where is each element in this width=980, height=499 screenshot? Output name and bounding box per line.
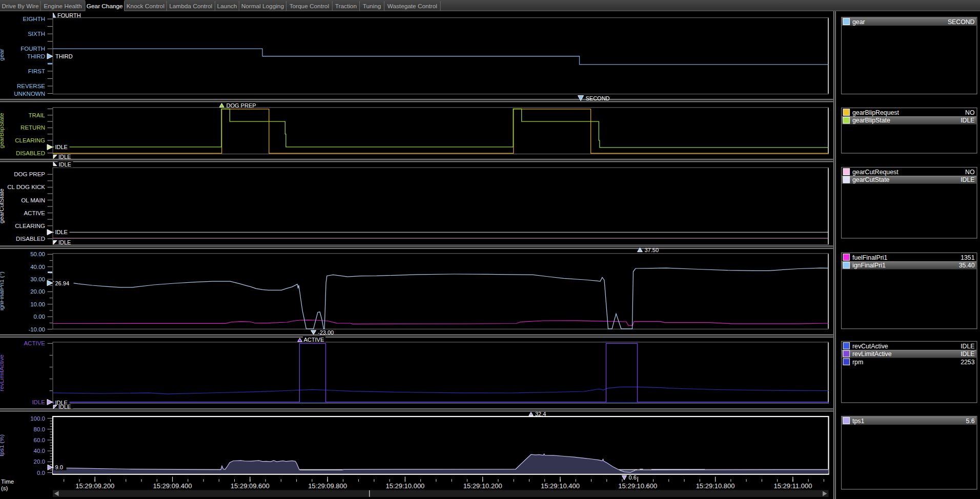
svg-text:OL MAIN: OL MAIN <box>21 197 45 203</box>
svg-text:Knock Control: Knock Control <box>127 3 165 10</box>
svg-text:SECOND: SECOND <box>948 18 975 26</box>
svg-text:DOG PREP: DOG PREP <box>227 102 256 109</box>
svg-text:40.0: 40.0 <box>34 448 45 454</box>
svg-text:0.6: 0.6 <box>629 474 637 481</box>
svg-text:IDLE: IDLE <box>59 161 71 168</box>
svg-text:NO: NO <box>965 109 974 116</box>
svg-text:Gear Change: Gear Change <box>87 3 123 10</box>
svg-text:DISABLED: DISABLED <box>16 236 45 242</box>
svg-text:Time: Time <box>1 479 14 485</box>
svg-text:15:29:10.400: 15:29:10.400 <box>541 482 580 490</box>
svg-text:80.0: 80.0 <box>34 426 45 432</box>
svg-text:20.00: 20.00 <box>30 288 45 295</box>
svg-text:32.4: 32.4 <box>535 411 546 417</box>
svg-text:ACTIVE: ACTIVE <box>24 340 45 346</box>
svg-text:DISABLED: DISABLED <box>16 150 45 156</box>
svg-text:IDLE: IDLE <box>961 350 974 358</box>
svg-text:THIRD: THIRD <box>27 53 45 59</box>
svg-text:IDLE: IDLE <box>961 117 974 124</box>
svg-text:1351: 1351 <box>961 254 975 261</box>
svg-text:(s): (s) <box>1 485 8 491</box>
svg-text:IDLE: IDLE <box>55 229 68 235</box>
svg-text:15:29:09.200: 15:29:09.200 <box>75 482 114 490</box>
svg-text:100.0: 100.0 <box>30 415 45 422</box>
svg-text:IDLE: IDLE <box>55 144 68 150</box>
svg-text:IDLE: IDLE <box>58 154 71 160</box>
svg-text:-10.00: -10.00 <box>28 326 45 332</box>
svg-text:REVERSE: REVERSE <box>17 83 45 89</box>
svg-text:CLEARING: CLEARING <box>15 223 45 229</box>
svg-text:Traction: Traction <box>335 3 357 10</box>
svg-text:fuelFinalPri1: fuelFinalPri1 <box>852 254 888 261</box>
svg-text:ignFinalPri1 (°): ignFinalPri1 (°) <box>0 272 5 310</box>
svg-text:15:29:09.400: 15:29:09.400 <box>153 482 192 490</box>
svg-text:0.0: 0.0 <box>37 470 45 476</box>
svg-text:Lambda Control: Lambda Control <box>169 3 212 10</box>
svg-text:revLimitActive: revLimitActive <box>852 350 892 358</box>
svg-text:15:29:10.200: 15:29:10.200 <box>463 482 502 490</box>
svg-text:EIGHTH: EIGHTH <box>23 16 45 22</box>
svg-text:20.0: 20.0 <box>34 459 45 465</box>
svg-text:15:29:11.000: 15:29:11.000 <box>773 482 812 490</box>
svg-text:gearBlipState: gearBlipState <box>0 113 5 148</box>
svg-text:IDLE: IDLE <box>58 404 71 410</box>
svg-text:15:29:09.800: 15:29:09.800 <box>308 482 347 490</box>
svg-text:FOURTH: FOURTH <box>57 12 81 18</box>
svg-text:15:29:10.800: 15:29:10.800 <box>696 482 735 490</box>
svg-text:26.94: 26.94 <box>55 280 70 286</box>
svg-text:revCutActive: revCutActive <box>852 343 888 350</box>
svg-text:SECOND: SECOND <box>586 95 610 101</box>
svg-text:30.00: 30.00 <box>30 276 45 282</box>
svg-text:IDLE: IDLE <box>961 176 974 183</box>
svg-text:tps1 (%): tps1 (%) <box>0 434 5 456</box>
svg-text:Launch: Launch <box>217 3 237 10</box>
svg-text:Engine Health: Engine Health <box>44 3 81 10</box>
svg-text:0.00: 0.00 <box>34 314 45 320</box>
svg-text:ACTIVE: ACTIVE <box>304 337 324 343</box>
svg-text:RETURN: RETURN <box>21 124 45 131</box>
svg-text:revLimitActive: revLimitActive <box>0 355 5 391</box>
svg-text:37.50: 37.50 <box>645 247 659 253</box>
svg-text:tps1: tps1 <box>852 418 864 425</box>
svg-text:gearBlipState: gearBlipState <box>852 117 890 124</box>
svg-text:ACTIVE: ACTIVE <box>24 210 45 216</box>
svg-text:TRAIL: TRAIL <box>28 112 45 118</box>
svg-text:IDLE: IDLE <box>58 239 71 245</box>
svg-text:FOURTH: FOURTH <box>21 46 45 52</box>
svg-text:Drive By Wire: Drive By Wire <box>2 3 39 10</box>
svg-text:Tuning: Tuning <box>363 3 381 10</box>
svg-text:15:29:10.000: 15:29:10.000 <box>385 482 424 490</box>
svg-text:THIRD: THIRD <box>55 53 73 59</box>
svg-text:FIRST: FIRST <box>28 68 45 74</box>
svg-text:NO: NO <box>965 169 974 176</box>
svg-text:DOG PREP: DOG PREP <box>14 171 45 177</box>
svg-text:35.40: 35.40 <box>959 262 975 269</box>
svg-text:IDLE: IDLE <box>32 399 45 405</box>
svg-text:10.00: 10.00 <box>30 301 45 307</box>
svg-text:gear: gear <box>0 49 5 60</box>
svg-text:gearCutState: gearCutState <box>852 176 890 183</box>
svg-text:9.0: 9.0 <box>55 464 63 470</box>
svg-text:5.6: 5.6 <box>966 418 974 425</box>
svg-text:50.00: 50.00 <box>30 251 45 257</box>
svg-text:gearBlipRequest: gearBlipRequest <box>852 109 900 116</box>
svg-text:CLEARING: CLEARING <box>15 137 45 143</box>
svg-text:ignFinalPri1: ignFinalPri1 <box>852 262 886 269</box>
svg-text:CL DOG KICK: CL DOG KICK <box>7 184 45 190</box>
svg-text:Wastegate Control: Wastegate Control <box>387 3 437 10</box>
svg-text:-23.00: -23.00 <box>318 329 334 336</box>
svg-text:40.00: 40.00 <box>30 264 45 270</box>
svg-text:15:29:09.600: 15:29:09.600 <box>231 482 270 490</box>
svg-text:Normal Logging: Normal Logging <box>241 3 284 10</box>
svg-text:IDLE: IDLE <box>961 343 974 350</box>
svg-text:2253: 2253 <box>961 359 975 366</box>
svg-text:gearCutRequest: gearCutRequest <box>852 169 899 176</box>
svg-text:gear: gear <box>852 18 865 26</box>
svg-text:60.0: 60.0 <box>34 437 45 443</box>
svg-text:rpm: rpm <box>852 359 863 366</box>
svg-text:UNKNOWN: UNKNOWN <box>14 91 45 97</box>
svg-text:15:29:10.600: 15:29:10.600 <box>618 482 657 490</box>
svg-text:gearCutState: gearCutState <box>0 189 5 223</box>
svg-text:Torque Control: Torque Control <box>290 3 329 10</box>
svg-text:SIXTH: SIXTH <box>28 31 45 37</box>
